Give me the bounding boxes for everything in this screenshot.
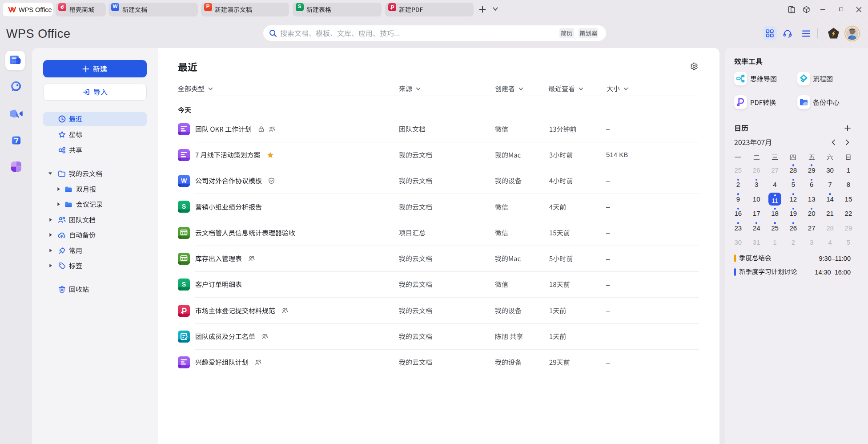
svg-text:S: S: [181, 203, 185, 210]
svg-text:W: W: [181, 177, 187, 184]
svg-text:S: S: [181, 281, 185, 288]
